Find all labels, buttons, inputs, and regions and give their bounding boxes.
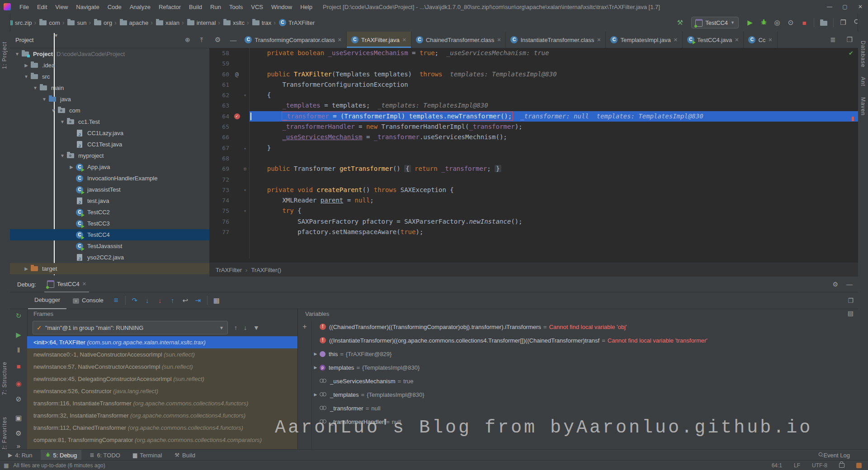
- tree-item-myproject[interactable]: ▼myproject: [10, 150, 209, 161]
- tree-collapse-icon[interactable]: ▶: [23, 63, 30, 68]
- breadcrumb-method[interactable]: TrAXFilter(): [251, 267, 281, 273]
- tree-item-cc1test-java[interactable]: CC1Test.java: [10, 139, 209, 150]
- tree-expand-icon[interactable]: ▼: [59, 119, 66, 124]
- expand-icon[interactable]: ▶: [311, 365, 320, 370]
- editor-tab-instantiatetransformer-class[interactable]: CInstantiateTransformer.class✕: [506, 32, 606, 48]
- debug-button[interactable]: [758, 19, 769, 27]
- tree-collapse-icon[interactable]: ▶: [23, 266, 30, 271]
- menu-item-navigate[interactable]: Navigate: [72, 4, 103, 10]
- editor-tab-traxfilter-java[interactable]: CTrAXFilter.java✕: [347, 32, 411, 48]
- frame-row[interactable]: newInstance:45, DelegatingConstructorAcc…: [27, 373, 297, 385]
- run-to-cursor-icon[interactable]: ⇥: [192, 296, 204, 305]
- tree-item--idea[interactable]: ▶.idea: [10, 60, 209, 71]
- close-icon[interactable]: ✕: [597, 37, 601, 43]
- open-in-icon[interactable]: [818, 19, 830, 27]
- pause-icon[interactable]: ‖: [10, 346, 27, 354]
- gear-icon[interactable]: ⚙: [209, 32, 226, 48]
- tab-debugger[interactable]: Debugger: [28, 292, 66, 309]
- tree-expand-icon[interactable]: ▼: [32, 85, 39, 90]
- close-icon[interactable]: ✕: [768, 37, 772, 43]
- breadcrumb-item[interactable]: xalan: [156, 19, 180, 26]
- menu-item-analyze[interactable]: Analyze: [126, 4, 155, 10]
- frame-row[interactable]: newInstance:57, NativeConstructorAccesso…: [27, 361, 297, 373]
- stop-icon[interactable]: ■: [10, 362, 27, 370]
- add-watch-icon[interactable]: +: [302, 323, 307, 330]
- variable-row[interactable]: !((ChainedTransformer)((TransformingComp…: [311, 320, 858, 334]
- editor-tab-transformingcomparator-class[interactable]: CTransformingComparator.class✕: [240, 32, 346, 48]
- close-icon[interactable]: ✕: [735, 37, 739, 43]
- menu-item-refactor[interactable]: Refactor: [155, 4, 185, 10]
- fold-marker[interactable]: ▾: [241, 90, 249, 100]
- view-breakpoints-icon[interactable]: ◉: [10, 380, 27, 388]
- maximize-button[interactable]: ▢: [837, 0, 853, 14]
- breadcrumb-item[interactable]: internal: [187, 19, 217, 26]
- tree-item-invocationhandlerexample[interactable]: CInvocationHandlerExample: [10, 173, 209, 184]
- tool-button-project[interactable]: 1: Project: [1, 42, 8, 69]
- menu-item-build[interactable]: Build: [185, 4, 206, 10]
- evaluate-expression-icon[interactable]: ▦: [210, 296, 223, 305]
- close-icon[interactable]: ✕: [338, 37, 342, 43]
- editor-tab-chainedtransformer-class[interactable]: CChainedTransformer.class✕: [411, 32, 506, 48]
- step-over-icon[interactable]: ↷: [128, 296, 141, 305]
- close-icon[interactable]: ✕: [82, 281, 86, 287]
- breakpoint-icon[interactable]: ✓: [233, 111, 241, 122]
- tool-button-ant[interactable]: Ant: [860, 77, 866, 86]
- tree-item-app-java[interactable]: ▶CApp.java: [10, 161, 209, 173]
- step-into-icon[interactable]: ↓: [141, 296, 154, 305]
- frame-row[interactable]: transform:116, InstantiateTransformer (o…: [27, 397, 297, 409]
- tool-button-favorites[interactable]: 2: Favorites: [1, 417, 8, 451]
- menu-item-run[interactable]: Run: [206, 4, 225, 10]
- tree-item-cc1-test[interactable]: ▼cc1.Test: [10, 116, 209, 127]
- menu-item-vcs[interactable]: VCS: [247, 4, 267, 10]
- frame-row[interactable]: newInstance:526, Constructor (java.lang.…: [27, 385, 297, 397]
- menu-item-window[interactable]: Window: [267, 4, 296, 10]
- frame-row[interactable]: transform:112, ChainedTransformer (org.a…: [27, 422, 297, 434]
- breadcrumb-item[interactable]: CTrAXFilter: [279, 19, 316, 26]
- tree-item-src[interactable]: ▼src: [10, 71, 209, 82]
- run-configuration-select[interactable]: TestCC4▼: [691, 17, 739, 28]
- menu-item-file[interactable]: File: [15, 4, 33, 10]
- variable-row[interactable]: _transformerHandler=null: [311, 415, 858, 428]
- tool-window-button-6-todo[interactable]: ≣6: TODO: [85, 450, 125, 461]
- menu-item-code[interactable]: Code: [104, 4, 126, 10]
- frame-down-icon[interactable]: ↓: [244, 324, 247, 331]
- close-button[interactable]: ✕: [853, 0, 868, 14]
- tree-expand-icon[interactable]: ▼: [23, 74, 30, 79]
- frame-row[interactable]: newInstance0:-1, NativeConstructorAccess…: [27, 348, 297, 361]
- breadcrumb-item[interactable]: trax: [252, 19, 273, 26]
- editor-tab-cc[interactable]: CCc✕: [744, 32, 777, 48]
- variable-row[interactable]: !((InstantiateTransformer)((org.apache.c…: [311, 334, 858, 347]
- run-button[interactable]: ▶: [744, 19, 756, 27]
- fold-marker[interactable]: ▴: [241, 143, 249, 153]
- project-panel-title[interactable]: Project: [15, 37, 33, 43]
- frame-row[interactable]: compare:81, TransformingComparator (org.…: [27, 434, 297, 446]
- tree-item-cc1lazy-java[interactable]: CC1Lazy.java: [10, 127, 209, 139]
- mute-breakpoints-icon[interactable]: ⊘: [10, 395, 27, 403]
- rerun-icon[interactable]: ↻: [10, 312, 27, 320]
- profiler-button[interactable]: ⊙: [785, 19, 797, 27]
- editor-tab-testcc4-java[interactable]: CTestCC4.java✕: [683, 32, 744, 48]
- frame-up-icon[interactable]: ↑: [234, 324, 237, 331]
- minimize-button[interactable]: —: [822, 0, 837, 14]
- variable-row[interactable]: _useServicesMechanism=true: [311, 374, 858, 388]
- menu-item-help[interactable]: Help: [296, 4, 316, 10]
- coverage-button[interactable]: ◎: [771, 19, 783, 27]
- tool-button-database[interactable]: Database: [860, 41, 866, 67]
- tree-item-javassisttest[interactable]: CjavassistTest: [10, 184, 209, 195]
- tool-button-structure[interactable]: 7: Structure: [1, 362, 8, 395]
- tree-item-testcc3[interactable]: CTestCC3: [10, 218, 209, 229]
- tree-item-testjavassist[interactable]: CTestJavassist: [10, 240, 209, 252]
- variable-row[interactable]: ▶_templates={TemplatesImpl@830}: [311, 388, 858, 401]
- variable-row[interactable]: _transformer=null: [311, 401, 858, 415]
- menu-item-tools[interactable]: Tools: [225, 4, 247, 10]
- tool-button-maven[interactable]: Maven: [860, 97, 866, 116]
- fold-marker[interactable]: ▾: [241, 206, 249, 216]
- tool-window-button-4-run[interactable]: ▶4: Run: [4, 450, 37, 461]
- file-encoding[interactable]: UTF-8: [812, 462, 827, 469]
- variable-row[interactable]: ▶this={TrAXFilter@829}: [311, 347, 858, 361]
- hide-panel-icon[interactable]: —: [226, 32, 240, 48]
- breadcrumb-item[interactable]: sun: [67, 19, 87, 26]
- expand-icon[interactable]: ▶: [311, 392, 320, 397]
- hide-panel-icon[interactable]: —: [846, 281, 853, 288]
- tool-window-switcher-icon[interactable]: ▦: [4, 462, 9, 469]
